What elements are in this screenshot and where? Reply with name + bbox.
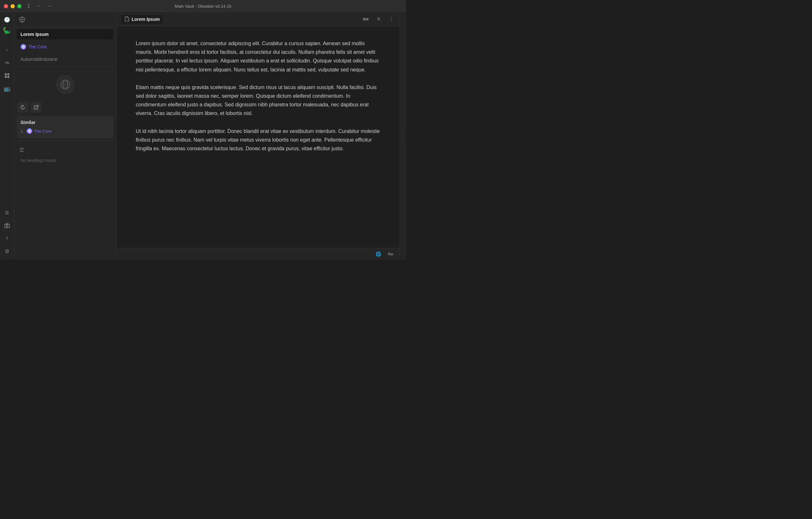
similar-item-label-1: The Core [34,129,52,134]
bottom-bar: 🌐 Aa [117,248,400,260]
more-options-button[interactable]: ⋮ [387,15,396,24]
tab-bar: Lorem Ipsum ✕ ⋮ [117,12,400,26]
globe-search-icon[interactable] [56,75,75,94]
note-item-automobilindustrie[interactable]: Automobilindustrie [17,54,114,64]
external-link-button[interactable] [31,102,41,113]
note-item-lorem-ipsum[interactable]: Lorem Ipsum [17,29,114,39]
main-content: Lorem Ipsum ✕ ⋮ Lorem ipsum dolor sit am… [117,12,400,260]
titlebar-nav: 1 ← → [25,3,54,9]
svg-rect-1 [7,73,9,75]
dashboard-icon[interactable] [1,70,13,81]
svg-rect-0 [5,73,7,75]
smart-search-icon[interactable] [17,15,27,24]
action-row [14,101,116,114]
similar-item-1[interactable]: 1. The Core [21,128,110,135]
editor-paragraph-2: Etiam mattis neque quis gravida sceleris… [136,83,380,118]
outline-icon [17,145,27,155]
svg-rect-3 [7,76,9,78]
settings-icon[interactable]: ⚙ [1,245,13,257]
refresh-button[interactable] [17,102,28,113]
no-headings-text: No headings found. [17,157,113,164]
close-button[interactable] [4,4,8,8]
tab-file-icon [124,16,129,22]
svg-rect-2 [5,76,7,78]
similar-title: Similar [21,120,110,125]
sidebar-scroll[interactable]: Lorem Ipsum The Core Automobilindustrie [14,27,116,260]
sidebar-divider-2 [17,140,114,141]
help-icon[interactable]: ? [1,233,13,244]
similar-num-1: 1. [21,129,24,134]
sidebar-header [14,12,116,27]
svg-line-21 [36,105,38,108]
minimize-button[interactable] [10,4,15,8]
nav-forward-button[interactable]: → [45,3,54,9]
right-panel-toggle[interactable]: › [400,12,406,260]
reading-view-button[interactable] [361,15,370,24]
titlebar: 1 ← → Main Vault - Obsidian v0.14.15 [0,0,406,12]
window-title: Main Vault - Obsidian v0.14.15 [175,4,232,9]
traffic-lights [4,4,22,8]
outline-section: No headings found. [14,142,116,167]
history-icon[interactable]: 🕐 [2,15,12,24]
bookmark-icon[interactable]: 🦕 [2,26,12,35]
tab-lorem-ipsum[interactable]: Lorem Ipsum [120,14,164,24]
maximize-button[interactable] [17,4,22,8]
close-tab-button[interactable]: ✕ [374,15,383,24]
tab-label: Lorem Ipsum [132,17,160,22]
smart-search-area [14,69,116,101]
similar-section: Similar 1. The Core [17,116,114,138]
svg-rect-9 [6,223,8,225]
note-item-the-core-label: The Core [28,44,47,49]
core-link-icon [21,44,26,50]
similar-core-icon [27,128,32,134]
tv-icon[interactable]: 📺 [1,83,13,94]
editor-area[interactable]: Lorem ipsum dolor sit amet, consectetur … [117,26,400,248]
tab-number: 1 [25,3,32,9]
ribbon: 🕐 🦕 ‹ ‹% 📺 [0,12,14,260]
nav-back-button[interactable]: ← [35,3,44,9]
collapse-sidebar-icon[interactable]: ‹ [1,44,13,56]
font-size-icon[interactable]: Aa [386,250,395,258]
sidebar: Lorem Ipsum The Core Automobilindustrie [14,12,117,260]
svg-point-8 [6,225,8,227]
editor-paragraph-1: Lorem ipsum dolor sit amet, consectetur … [136,39,380,74]
app-body: 🕐 🦕 ‹ ‹% 📺 [0,12,406,260]
globe-icon[interactable]: 🌐 [374,250,382,258]
percent-icon[interactable]: ‹% [1,57,13,69]
tab-actions: ✕ ⋮ [361,15,396,24]
editor-paragraph-3: Ut id nibh lacinia tortor aliquam portti… [136,127,380,153]
bottom-bar-actions: 🌐 Aa [374,250,395,258]
camera-icon[interactable] [1,220,13,231]
list-icon[interactable] [1,207,13,218]
note-item-the-core[interactable]: The Core [17,41,114,52]
